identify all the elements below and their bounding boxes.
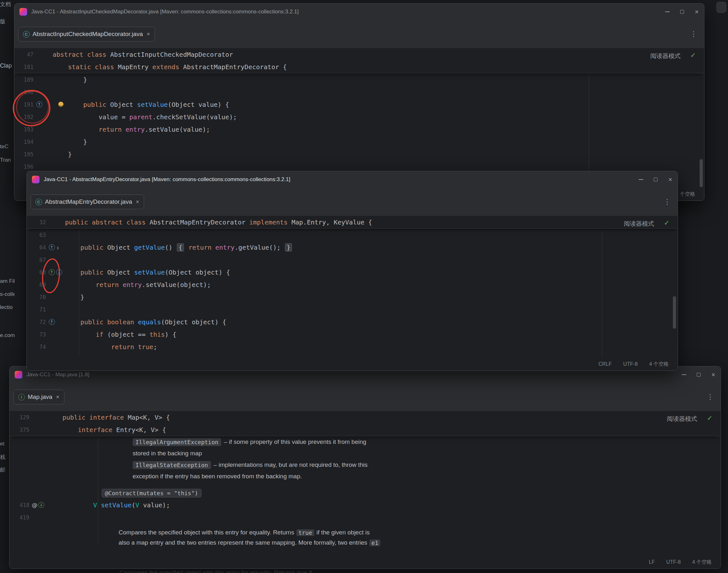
tab-close-icon[interactable]: ✕ <box>146 32 150 37</box>
kebab-menu-icon[interactable]: ⋮ <box>707 393 714 401</box>
line-number[interactable]: 64 <box>30 244 46 251</box>
editor[interactable]: 32public abstract class AbstractMapEntry… <box>27 216 678 358</box>
overridden-icon[interactable]: ↓ <box>56 269 62 275</box>
maximize-button[interactable] <box>675 3 689 20</box>
override-icon[interactable]: ↑ <box>36 101 42 107</box>
tab-abstract-map-entry-decorator[interactable]: C AbstractMapEntryDecorator.java ✕ <box>31 195 144 209</box>
override-icon[interactable]: ↑ <box>49 319 55 325</box>
status-indent[interactable]: 4 个空格 <box>692 559 712 566</box>
line-number[interactable]: 418 <box>13 502 29 508</box>
line-number[interactable]: 193 <box>17 126 34 133</box>
tab-map-java[interactable]: I Map.java ✕ <box>13 389 64 404</box>
minimize-button[interactable] <box>634 171 648 188</box>
tab-label: Map.java <box>28 394 52 401</box>
status-indent[interactable]: 4 个空格 <box>649 361 669 368</box>
code-line: 194 } <box>14 136 704 148</box>
code-line: 74 return true; <box>27 341 678 353</box>
implemented-icon[interactable]: ↓ <box>38 502 44 508</box>
code-line: 71 <box>27 303 678 316</box>
scrollbar-thumb[interactable] <box>699 159 703 187</box>
line-number[interactable]: 63 <box>30 232 46 238</box>
intention-bulb-icon[interactable] <box>58 102 63 107</box>
override-icon[interactable]: ↑ <box>49 244 55 250</box>
line-number[interactable]: 71 <box>30 306 46 313</box>
kebab-menu-icon[interactable]: ⋮ <box>690 30 697 38</box>
inspections-check-icon[interactable]: ✓ <box>664 219 669 227</box>
line-number[interactable]: 190 <box>17 89 34 95</box>
line-content: abstract class AbstractInputCheckedMapDe… <box>53 51 233 58</box>
line-number[interactable]: 69 <box>30 281 46 288</box>
line-number[interactable]: 192 <box>17 114 34 120</box>
doc-and-code-area[interactable]: IllegalArgumentException – if some prope… <box>10 436 721 548</box>
background-text-fragment: Clap <box>0 62 12 69</box>
line-number[interactable]: 47 <box>17 51 34 58</box>
code-area[interactable]: 6364↑› public Object getValue() { return… <box>27 228 678 353</box>
tab-close-icon[interactable]: ✕ <box>136 199 139 204</box>
status-line-separator[interactable]: CRLF <box>599 361 612 367</box>
code-line: 418@↓ V setValue(V value); <box>10 499 721 511</box>
at-icon[interactable]: @ <box>32 502 37 508</box>
window-map-java: Java-CC1 - Map.java [1.8] ✕ I Map.java ✕… <box>9 366 721 569</box>
scrollbar-thumb[interactable] <box>673 296 676 329</box>
maximize-button[interactable] <box>648 171 663 188</box>
line-number[interactable]: 67 <box>30 257 46 263</box>
maximize-button[interactable] <box>691 366 706 383</box>
status-line-separator[interactable]: LF <box>649 559 655 565</box>
line-content: V setValue(V value); <box>62 501 170 509</box>
tab-abstract-input-checked-map-decorator[interactable]: C AbstractInputCheckedMapDecorator.java … <box>18 27 155 42</box>
line-number[interactable]: 70 <box>30 294 46 300</box>
sticky-lines[interactable]: 129public interface Map<K, V> {375 inter… <box>10 411 721 436</box>
line-number[interactable]: 194 <box>17 139 34 145</box>
line-number[interactable]: 419 <box>13 514 29 521</box>
line-number[interactable]: 189 <box>17 76 34 83</box>
window-title: Java-CC1 - AbstractInputCheckedMapDecora… <box>31 9 299 15</box>
title-bar[interactable]: Java-CC1 - AbstractInputCheckedMapDecora… <box>14 3 704 20</box>
code-area[interactable]: 189 }190191↑ public Object setValue(Obje… <box>14 73 704 173</box>
tab-close-icon[interactable]: ✕ <box>56 395 60 400</box>
close-button[interactable]: ✕ <box>706 366 721 383</box>
status-indent[interactable]: 个空格 <box>680 191 695 198</box>
line-number[interactable]: 73 <box>30 331 46 338</box>
line-number[interactable]: 74 <box>30 344 46 350</box>
line-content: exception if the entry has been removed … <box>62 473 302 480</box>
line-number[interactable]: 195 <box>17 151 34 158</box>
occluded-text-strip: Compares the specified object with this … <box>119 570 432 573</box>
line-content: stored in the backing map <box>62 450 202 457</box>
sticky-lines[interactable]: 32public abstract class AbstractMapEntry… <box>27 216 678 228</box>
implement-icon[interactable]: ↑ <box>49 269 55 275</box>
interface-icon: I <box>18 394 25 401</box>
minimize-button[interactable] <box>677 366 691 383</box>
line-number[interactable]: 196 <box>17 164 34 170</box>
fold-arrow-icon[interactable]: › <box>57 244 59 251</box>
line-number[interactable]: 32 <box>30 219 46 225</box>
editor[interactable]: 129public interface Map<K, V> {375 inter… <box>10 411 721 556</box>
inspections-check-icon[interactable]: ✓ <box>707 414 712 422</box>
class-icon: C <box>36 199 42 205</box>
status-encoding[interactable]: UTF-8 <box>623 361 637 367</box>
status-encoding[interactable]: UTF-8 <box>666 559 680 565</box>
line-number[interactable]: 72 <box>30 319 46 325</box>
line-number[interactable]: 191 <box>17 101 34 108</box>
line-number[interactable]: 68 <box>30 269 46 275</box>
intellij-logo-icon <box>19 8 27 16</box>
editor[interactable]: 47abstract class AbstractInputCheckedMap… <box>14 48 704 188</box>
line-number[interactable]: 181 <box>17 64 34 70</box>
code-line: 73 if (object == this) { <box>27 328 678 341</box>
line-content: also a map entry and the two entries rep… <box>62 539 381 546</box>
sticky-lines[interactable]: 47abstract class AbstractInputCheckedMap… <box>14 48 704 73</box>
inspections-check-icon[interactable]: ✓ <box>690 51 696 59</box>
minimize-button[interactable] <box>660 3 675 20</box>
code-line: 191↑ public Object setValue(Object value… <box>14 98 704 111</box>
line-content: } <box>53 76 87 84</box>
reader-mode-toggle[interactable]: 阅读器模式 <box>624 220 654 228</box>
kebab-menu-icon[interactable]: ⋮ <box>664 198 671 206</box>
line-number[interactable]: 129 <box>13 414 29 421</box>
reader-mode-toggle[interactable]: 阅读器模式 <box>650 52 680 60</box>
close-button[interactable]: ✕ <box>663 171 678 188</box>
code-line: 68↑↓ public Object setValue(Object objec… <box>27 266 678 278</box>
line-number[interactable]: 375 <box>13 427 29 433</box>
close-button[interactable]: ✕ <box>689 3 704 20</box>
title-bar[interactable]: Java-CC1 - AbstractMapEntryDecorator.jav… <box>27 171 678 188</box>
reader-mode-toggle[interactable]: 阅读器模式 <box>667 415 697 423</box>
line-content: interface Entry<K, V> { <box>62 426 166 434</box>
